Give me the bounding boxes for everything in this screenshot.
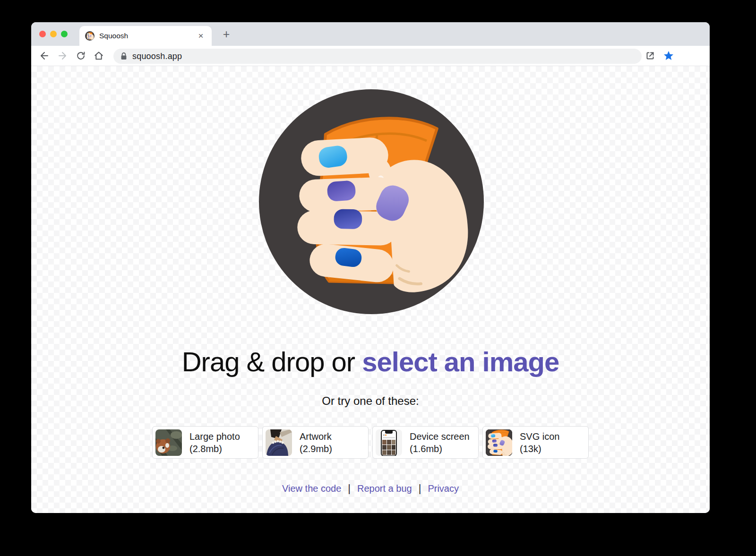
demo-large-photo-button[interactable]: Large photo(2.8mb) bbox=[152, 426, 258, 459]
bookmark-star-icon bbox=[663, 50, 674, 61]
zoom-window-button[interactable] bbox=[61, 31, 68, 37]
back-button[interactable] bbox=[37, 49, 52, 63]
back-arrow-icon bbox=[39, 50, 50, 61]
bookmark-star-button[interactable] bbox=[662, 49, 676, 63]
close-window-button[interactable] bbox=[39, 31, 46, 37]
demo-label: Large photo(2.8mb) bbox=[189, 430, 240, 455]
tab-strip: Squoosh × + bbox=[31, 22, 710, 46]
tab-title: Squoosh bbox=[99, 32, 196, 40]
open-in-new-button[interactable] bbox=[643, 49, 657, 63]
artwork-thumbnail bbox=[266, 429, 292, 456]
tab-squoosh[interactable]: Squoosh × bbox=[79, 26, 212, 46]
forward-button[interactable] bbox=[55, 49, 69, 63]
view-the-code-link[interactable]: View the code bbox=[282, 483, 341, 494]
demo-artwork-button[interactable]: Artwork(2.9mb) bbox=[262, 426, 369, 459]
demo-label: Device screen(1.6mb) bbox=[410, 430, 470, 455]
squoosh-page: Drag & drop or select an image Or try on… bbox=[31, 66, 710, 513]
toolbar: squoosh.app bbox=[31, 46, 710, 66]
demo-image-row: Large photo(2.8mb) bbox=[31, 426, 710, 459]
url-text: squoosh.app bbox=[132, 51, 182, 61]
reload-icon bbox=[75, 50, 86, 61]
address-bar[interactable]: squoosh.app bbox=[113, 49, 642, 64]
https-lock-icon[interactable] bbox=[120, 52, 128, 60]
demo-label: SVG icon(13k) bbox=[520, 430, 559, 455]
footer-links: View the code | Report a bug | Privacy bbox=[31, 482, 710, 495]
browser-window: Squoosh × + squoosh.app bbox=[31, 22, 710, 513]
home-icon bbox=[93, 50, 104, 61]
red-panda-thumbnail bbox=[155, 429, 182, 456]
demo-label: Artwork(2.9mb) bbox=[300, 430, 332, 455]
headline: Drag & drop or select an image bbox=[31, 346, 710, 377]
subtitle: Or try one of these: bbox=[31, 394, 710, 408]
footer-separator: | bbox=[419, 482, 421, 495]
home-button[interactable] bbox=[92, 49, 106, 63]
demo-svg-icon-button[interactable]: SVG icon(13k) bbox=[482, 426, 589, 459]
select-an-image-link[interactable]: select an image bbox=[362, 346, 559, 377]
close-tab-icon[interactable]: × bbox=[196, 31, 206, 41]
privacy-link[interactable]: Privacy bbox=[428, 483, 459, 494]
headline-prefix: Drag & drop or bbox=[182, 346, 362, 377]
svg-icon-thumbnail bbox=[486, 429, 512, 456]
squoosh-favicon-icon bbox=[85, 31, 94, 41]
forward-arrow-icon bbox=[57, 50, 68, 61]
open-in-new-icon bbox=[644, 50, 656, 61]
minimize-window-button[interactable] bbox=[50, 31, 57, 37]
new-tab-button[interactable]: + bbox=[219, 27, 233, 41]
reload-button[interactable] bbox=[74, 49, 88, 63]
demo-device-screen-button[interactable]: Device screen(1.6mb) bbox=[372, 426, 479, 459]
report-a-bug-link[interactable]: Report a bug bbox=[357, 483, 412, 494]
footer-separator: | bbox=[348, 482, 351, 495]
squoosh-hand-logo bbox=[259, 89, 484, 314]
device-screen-thumbnail bbox=[376, 429, 402, 456]
